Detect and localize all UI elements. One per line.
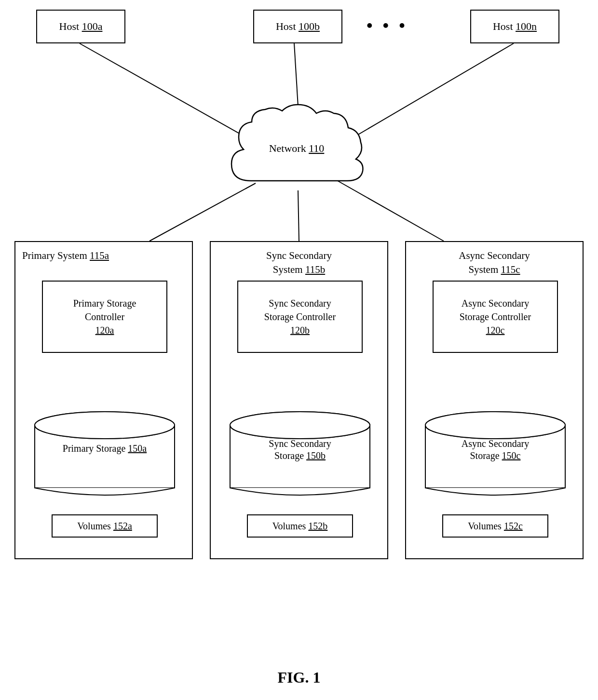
svg-text:Sync Secondary: Sync Secondary bbox=[269, 438, 331, 449]
host-a: Host 100a bbox=[36, 10, 125, 43]
sync-storage-drum: Sync Secondary Storage 150b bbox=[228, 411, 372, 498]
async-volumes-ref: 152c bbox=[504, 521, 523, 531]
svg-text:Storage 150b: Storage 150b bbox=[274, 450, 326, 461]
async-volumes-label: Volumes 152c bbox=[468, 521, 523, 532]
sync-system-label: Sync SecondarySystem 115b bbox=[211, 242, 387, 277]
sync-controller-label: Sync SecondaryStorage Controller120b bbox=[264, 296, 336, 337]
sync-system-ref: 115b bbox=[305, 264, 325, 275]
async-system-label: Async SecondarySystem 115c bbox=[406, 242, 583, 277]
primary-storage-drum: Primary Storage 150a bbox=[32, 411, 177, 498]
host-b: Host 100b bbox=[253, 10, 342, 43]
diagram: Host 100a Host 100b • • • Host 100n Netw… bbox=[0, 0, 598, 700]
sync-controller-box: Sync SecondaryStorage Controller120b bbox=[237, 281, 363, 353]
svg-point-21 bbox=[425, 412, 565, 439]
async-storage-drum: Async Secondary Storage 150c bbox=[423, 411, 568, 498]
async-drum-svg: Async Secondary Storage 150c bbox=[423, 411, 568, 498]
sync-system-box: Sync SecondarySystem 115b Sync Secondary… bbox=[210, 241, 388, 559]
async-controller-box: Async SecondaryStorage Controller120c bbox=[433, 281, 558, 353]
primary-drum-svg: Primary Storage 150a bbox=[32, 411, 177, 498]
primary-volumes-box: Volumes 152a bbox=[52, 514, 158, 538]
host-n: Host 100n bbox=[470, 10, 559, 43]
async-system-ref: 115c bbox=[501, 264, 520, 275]
primary-system-label: Primary System 115a bbox=[15, 242, 192, 263]
ellipsis: • • • bbox=[367, 15, 408, 36]
host-b-ref: 100b bbox=[299, 20, 320, 32]
async-controller-label: Async SecondaryStorage Controller120c bbox=[460, 296, 531, 337]
cloud-svg: Network 110 bbox=[222, 104, 371, 188]
host-n-label: Host 100n bbox=[493, 20, 537, 33]
primary-volumes-label: Volumes 152a bbox=[77, 521, 132, 532]
svg-text:Network 110: Network 110 bbox=[269, 142, 325, 154]
host-a-ref: 100a bbox=[82, 20, 103, 32]
primary-controller-ref: 120a bbox=[95, 325, 114, 336]
sync-volumes-box: Volumes 152b bbox=[247, 514, 353, 538]
svg-line-5 bbox=[338, 181, 444, 241]
primary-controller-box: Primary StorageController120a bbox=[42, 281, 167, 353]
fig-label-text: FIG. 1 bbox=[278, 669, 321, 686]
async-controller-ref: 120c bbox=[486, 325, 505, 336]
svg-text:Storage 150c: Storage 150c bbox=[470, 450, 521, 461]
primary-system-box: Primary System 115a Primary StorageContr… bbox=[14, 241, 193, 559]
host-n-ref: 100n bbox=[516, 20, 537, 32]
network-cloud: Network 110 bbox=[222, 104, 371, 188]
sync-volumes-ref: 152b bbox=[308, 521, 327, 531]
async-volumes-box: Volumes 152c bbox=[442, 514, 548, 538]
sync-volumes-label: Volumes 152b bbox=[272, 521, 328, 532]
host-b-label: Host 100b bbox=[276, 20, 320, 33]
primary-system-ref: 115a bbox=[90, 250, 109, 261]
svg-text:Async Secondary: Async Secondary bbox=[462, 438, 530, 449]
svg-point-16 bbox=[230, 412, 370, 439]
svg-text:Primary Storage 150a: Primary Storage 150a bbox=[63, 443, 147, 454]
async-system-box: Async SecondarySystem 115c Async Seconda… bbox=[405, 241, 584, 559]
svg-line-1 bbox=[294, 43, 298, 106]
svg-line-4 bbox=[298, 190, 299, 241]
sync-controller-ref: 120b bbox=[290, 325, 310, 336]
primary-volumes-ref: 152a bbox=[113, 521, 132, 531]
svg-line-3 bbox=[150, 183, 256, 241]
host-a-label: Host 100a bbox=[59, 20, 103, 33]
primary-controller-label: Primary StorageController120a bbox=[73, 296, 136, 337]
figure-label: FIG. 1 bbox=[0, 669, 598, 687]
sync-drum-svg: Sync Secondary Storage 150b bbox=[228, 411, 372, 498]
svg-point-12 bbox=[35, 412, 175, 439]
